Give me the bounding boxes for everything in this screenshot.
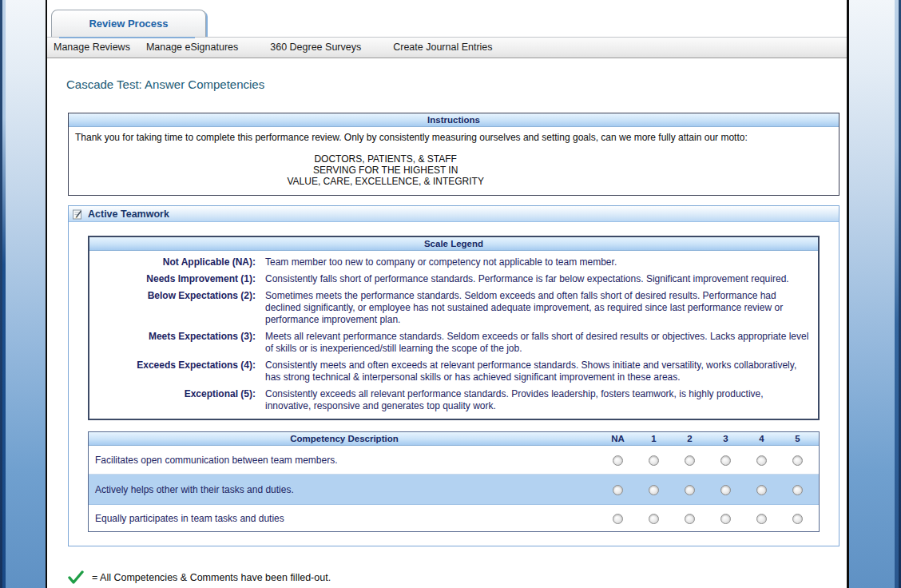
competency-table-header: Competency Description NA12345	[89, 432, 819, 446]
rating-radio-row2-1[interactable]	[649, 514, 659, 524]
rating-cell	[708, 483, 744, 495]
tab-review-process[interactable]: Review Process	[51, 10, 206, 37]
rating-radio-row0-na[interactable]	[613, 455, 623, 466]
rating-radio-row0-2[interactable]	[685, 455, 695, 466]
rating-radio-row1-1[interactable]	[649, 485, 659, 495]
legend-row: Needs Improvement (1):Consistently falls…	[89, 270, 818, 287]
scale-legend-header: Scale Legend	[89, 237, 818, 251]
instructions-intro: Thank you for taking time to complete th…	[75, 132, 832, 143]
legend-row-description: Meets all relevant performance standards…	[265, 331, 810, 355]
rating-radio-row0-4[interactable]	[756, 455, 767, 466]
instructions-header: Instructions	[69, 113, 839, 127]
legend-row-label: Below Expectations (2):	[89, 290, 256, 326]
legend-row: Below Expectations (2):Sometimes meets t…	[89, 287, 818, 328]
rating-radio-row0-3[interactable]	[720, 455, 731, 466]
rating-radio-row1-5[interactable]	[792, 485, 803, 495]
rating-cell	[780, 512, 816, 523]
rating-cell	[672, 483, 708, 495]
legend-row: Exceptional (5):Consistently exceeds all…	[89, 385, 818, 419]
main-content: Review Process Manage ReviewsManage eSig…	[47, 0, 847, 588]
section-body: Scale Legend Not Applicable (NA):Team me…	[69, 222, 839, 546]
rating-cell	[708, 512, 744, 523]
competency-row-description: Equally participates in team tasks and d…	[89, 513, 600, 524]
menu-item-create-journal-entries[interactable]: Create Journal Entries	[393, 38, 492, 58]
menu-item-manage-esignatures[interactable]: Manage eSignatures	[146, 38, 238, 58]
competency-row-description: Actively helps other with their tasks an…	[89, 484, 600, 495]
rating-cell	[636, 512, 672, 523]
instructions-panel: Instructions Thank you for taking time t…	[68, 113, 839, 196]
rating-column-header-1: 1	[636, 432, 672, 445]
section-title: Active Teamwork	[88, 209, 169, 220]
rating-column-header-4: 4	[744, 432, 780, 445]
motto-text: DOCTORS, PATIENTS, & STAFFSERVING FOR TH…	[75, 153, 696, 187]
legend-row-description: Consistently falls short of performance …	[265, 273, 810, 285]
competency-description-header: Competency Description	[89, 432, 600, 445]
scale-legend: Scale Legend Not Applicable (NA):Team me…	[88, 236, 820, 420]
legend-row-description: Consistently meets and often exceeds at …	[265, 360, 810, 383]
competency-row: Equally participates in team tasks and d…	[89, 505, 819, 531]
rating-radio-row1-4[interactable]	[756, 485, 767, 495]
rating-cell	[672, 454, 708, 465]
competency-row: Actively helps other with their tasks an…	[89, 475, 819, 505]
green-checkmark-icon	[68, 570, 84, 585]
legend-row-label: Needs Improvement (1):	[89, 273, 256, 285]
legend-row-description: Team member too new to company or compet…	[265, 256, 810, 268]
rating-radio-row1-na[interactable]	[613, 485, 623, 495]
tab-review-process-label: Review Process	[89, 18, 168, 30]
competency-section: Active Teamwork Scale Legend Not Applica…	[68, 205, 839, 546]
instructions-body: Thank you for taking time to complete th…	[69, 127, 839, 195]
legend-row: Not Applicable (NA):Team member too new …	[89, 251, 818, 270]
competency-rows: Facilitates open communication between t…	[89, 446, 819, 531]
rating-cell	[672, 512, 708, 523]
legend-row-label: Not Applicable (NA):	[89, 256, 256, 268]
section-header: Active Teamwork	[69, 206, 839, 222]
page-title: Cascade Test: Answer Competencies	[66, 77, 847, 91]
legend-row: Meets Expectations (3):Meets all relevan…	[89, 328, 818, 356]
rating-radio-row2-na[interactable]	[613, 514, 623, 524]
legend-row: Exceeds Expectations (4):Consistently me…	[89, 356, 818, 385]
scale-legend-rows: Not Applicable (NA):Team member too new …	[89, 251, 818, 419]
rating-cell	[780, 454, 816, 465]
rating-radio-row1-2[interactable]	[685, 485, 695, 495]
motto-line: DOCTORS, PATIENTS, & STAFF	[75, 153, 696, 165]
rating-radio-row0-1[interactable]	[649, 455, 659, 466]
legend-row-description: Sometimes meets the performance standard…	[265, 290, 810, 326]
rating-radio-row2-3[interactable]	[720, 514, 731, 524]
rating-column-header-3: 3	[708, 432, 744, 445]
rating-cell	[636, 483, 672, 495]
menu-item-360-degree-surveys[interactable]: 360 Degree Surveys	[270, 38, 361, 58]
window-frame-left	[0, 0, 46, 588]
rating-cell	[744, 454, 780, 465]
rating-radio-row2-2[interactable]	[685, 514, 695, 524]
rating-cell	[600, 512, 636, 523]
legend-row-label: Exceptional (5):	[89, 388, 256, 412]
rating-cell	[600, 483, 636, 495]
rating-radio-row2-5[interactable]	[792, 514, 803, 524]
window-frame-right	[849, 0, 901, 588]
motto-line: VALUE, CARE, EXCELLENCE, & INTEGRITY	[75, 176, 696, 187]
content-right-border	[847, 0, 849, 588]
tab-strip: Review Process	[47, 0, 847, 37]
rating-cell	[780, 483, 816, 495]
competency-row: Facilitates open communication between t…	[89, 446, 819, 475]
legend-row-label: Exceeds Expectations (4):	[89, 360, 256, 383]
rating-cell	[636, 454, 672, 465]
rating-column-header-2: 2	[672, 432, 708, 445]
rating-cell	[708, 454, 744, 465]
legend-row-description: Consistently exceeds all relevant perfor…	[265, 388, 810, 412]
menu-bar: Manage ReviewsManage eSignatures360 Degr…	[47, 37, 847, 58]
rating-radio-row1-3[interactable]	[720, 485, 731, 495]
competency-row-description: Facilitates open communication between t…	[89, 455, 600, 466]
legend-row-label: Meets Expectations (3):	[89, 331, 256, 355]
edit-note-icon	[72, 209, 83, 220]
menu-item-manage-reviews[interactable]: Manage Reviews	[54, 38, 130, 58]
competency-table: Competency Description NA12345 Facilitat…	[88, 431, 820, 532]
completion-note: = All Competencies & Comments have been …	[68, 570, 847, 585]
rating-radio-row0-5[interactable]	[792, 455, 803, 466]
rating-radio-row2-4[interactable]	[756, 514, 767, 524]
rating-column-header-na: NA	[600, 432, 636, 445]
rating-column-header-5: 5	[780, 432, 816, 445]
completion-note-text: = All Competencies & Comments have been …	[92, 572, 331, 583]
rating-cell	[744, 483, 780, 495]
rating-cell	[600, 454, 636, 465]
